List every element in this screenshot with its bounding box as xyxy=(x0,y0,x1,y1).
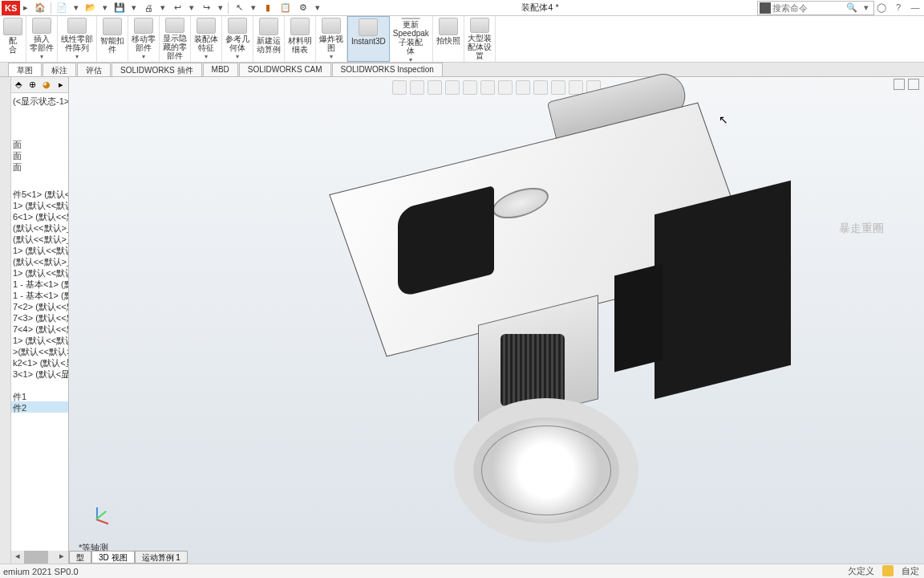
document-title: 装配体4 * xyxy=(323,2,757,14)
ribbon-new-motion-study[interactable]: 新建运 动算例 xyxy=(253,16,285,62)
tree-item[interactable]: 1 - 基本<1> (默认<<默 xyxy=(11,278,68,289)
ribbon-speedpak[interactable]: 更新 Speedpak 子装配 体▾ xyxy=(390,16,433,62)
tree-item[interactable]: 1> (默认<<默认>_显示 xyxy=(11,199,68,210)
tab-evaluate[interactable]: 评估 xyxy=(77,63,111,76)
search-box[interactable]: 🔍 ▾ xyxy=(757,1,874,15)
ribbon-smart-fasteners[interactable]: 智能扣 件 xyxy=(97,16,128,62)
tree-item[interactable]: 6<1> (默认<<默认>_显 xyxy=(11,210,68,222)
status-bar: emium 2021 SP0.0 欠定义 自定 xyxy=(0,564,924,578)
search-icon[interactable]: 🔍 xyxy=(845,2,859,13)
viewport-maximize-icon[interactable] xyxy=(908,79,919,90)
search-input[interactable] xyxy=(772,3,845,13)
bottom-tabs: 型 3D 视图 运动算例 1 xyxy=(69,551,188,564)
fm-tree-icon[interactable]: ⬘ xyxy=(11,78,26,92)
save-icon[interactable]: 💾 xyxy=(113,2,126,14)
fm-arrow-icon[interactable]: ▸ xyxy=(54,78,68,92)
new-dd[interactable]: ▾ xyxy=(71,2,82,13)
tree-item[interactable]: 7<2> (默认<<默认>_显 xyxy=(11,300,68,311)
ribbon-ref-geometry[interactable]: 参考几 何体▾ xyxy=(222,16,253,62)
help-icon[interactable]: ? xyxy=(891,2,906,12)
tree-item[interactable]: 1> (默认<<默认>_显示 xyxy=(11,334,68,345)
tree-plane[interactable]: 面 xyxy=(11,161,68,172)
search-mode-icon[interactable] xyxy=(760,2,771,14)
ribbon-linear-pattern[interactable]: 线性零部 件阵列▾ xyxy=(58,16,97,62)
ribbon-exploded-view[interactable]: 爆炸视 图▾ xyxy=(316,16,347,62)
ribbon-assembly-features[interactable]: 装配体 特征▾ xyxy=(191,16,222,62)
ribbon-snapshot[interactable]: 拍快照 xyxy=(433,16,464,62)
tab-mbd[interactable]: MBD xyxy=(203,63,238,76)
feature-tree-tabs: ⬘ ⊕ ◕ ▸ xyxy=(11,77,68,93)
tree-item[interactable]: 1> (默认<<默认>_显示 xyxy=(11,267,68,278)
tree-item[interactable]: 1> (默认<<默认>_显示 xyxy=(11,244,68,255)
undo-icon[interactable]: ↩ xyxy=(171,2,184,14)
tree-display-state[interactable]: (<显示状态-1>) xyxy=(11,95,68,106)
tree-item-selected[interactable]: 件2 xyxy=(11,401,68,413)
minimize-icon[interactable]: — xyxy=(908,2,922,12)
tree-item[interactable]: (默认<<默认>_显示状 xyxy=(11,255,68,267)
options-icon[interactable]: 📋 xyxy=(279,2,292,14)
bottom-tab-model[interactable]: 型 xyxy=(69,551,91,564)
tree-item[interactable]: >(默认<<默认>_显示状 xyxy=(11,345,68,356)
ribbon-bom[interactable]: 材料明 细表 xyxy=(285,16,316,62)
bottom-tab-3dview[interactable]: 3D 视图 xyxy=(91,551,135,564)
ribbon-show-hidden[interactable]: 显示隐 藏的零 部件 xyxy=(160,16,191,62)
logo-dropdown-icon[interactable]: ▸ xyxy=(20,2,31,13)
status-rebuild-icon[interactable] xyxy=(882,565,894,576)
print-icon[interactable]: 🖨 xyxy=(142,2,155,14)
home-icon[interactable]: 🏠 xyxy=(34,2,47,14)
status-version: emium 2021 SP0.0 xyxy=(0,567,79,576)
fm-display-icon[interactable]: ◕ xyxy=(40,78,55,92)
tree-item[interactable]: 件5<1> (默认<<默认> xyxy=(11,188,68,199)
settings-dd[interactable]: ▾ xyxy=(312,2,323,13)
main-area: ⬘ ⊕ ◕ ▸ (<显示状态-1>) 面 面 面 件5<1> (默认<<默认> … xyxy=(0,77,924,564)
tab-annotation[interactable]: 标注 xyxy=(43,63,76,76)
undo-dd[interactable]: ▾ xyxy=(186,2,197,13)
tree-scrollbar[interactable]: ◂▸ xyxy=(11,551,68,564)
orientation-triad[interactable] xyxy=(85,507,109,531)
settings-icon[interactable]: ⚙ xyxy=(297,2,310,14)
3d-viewport[interactable]: 暴走重圈 ↖ *等轴测 型 3D 视图 运动算例 1 xyxy=(69,77,924,564)
select-dd[interactable]: ▾ xyxy=(248,2,259,13)
tree-item[interactable]: k2<1> (默认<显示状态- xyxy=(11,356,68,368)
tree-plane[interactable]: 面 xyxy=(11,138,68,149)
status-constraint: 欠定义 xyxy=(848,565,874,577)
search-dd[interactable]: ▾ xyxy=(859,2,873,13)
tab-sketch[interactable]: 草图 xyxy=(8,63,42,76)
print-dd[interactable]: ▾ xyxy=(157,2,168,13)
bottom-tab-motion[interactable]: 运动算例 1 xyxy=(135,551,188,564)
ribbon-instant3d[interactable]: Instant3D xyxy=(347,16,390,62)
tree-item[interactable]: (默认<<默认>_显示状 xyxy=(11,222,68,233)
tree-item[interactable]: 1 - 基本<1> (默认<<默 xyxy=(11,289,68,300)
tree-item[interactable]: 3<1> (默认<显示状态- xyxy=(11,368,68,379)
tab-addins[interactable]: SOLIDWORKS 插件 xyxy=(111,63,202,76)
tree-plane[interactable]: 面 xyxy=(11,149,68,161)
ribbon-insert-component[interactable]: 插入 零部件▾ xyxy=(26,16,58,62)
ribbon-move-component[interactable]: 移动零 部件▾ xyxy=(128,16,160,62)
feature-tree[interactable]: (<显示状态-1>) 面 面 面 件5<1> (默认<<默认> 1> (默认<<… xyxy=(11,93,68,551)
save-dd[interactable]: ▾ xyxy=(128,2,140,13)
tree-item[interactable]: (默认<<默认>_显示状 xyxy=(11,233,68,244)
tree-item[interactable]: 7<3> (默认<<默认>_显 xyxy=(11,311,68,323)
rebuild-icon[interactable]: ▮ xyxy=(261,2,274,14)
ribbon-large-assembly[interactable]: 大型装 配体设 置 xyxy=(464,16,496,62)
command-tabs: 草图 标注 评估 SOLIDWORKS 插件 MBD SOLIDWORKS CA… xyxy=(0,63,924,77)
tree-item[interactable]: 7<4> (默认<<默认>_显 xyxy=(11,323,68,334)
tree-item[interactable]: 件1 xyxy=(11,390,68,401)
tab-inspection[interactable]: SOLIDWORKS Inspection xyxy=(332,63,443,76)
fm-config-icon[interactable]: ⊕ xyxy=(26,78,40,92)
viewport-window-icon[interactable] xyxy=(894,79,905,90)
select-icon[interactable]: ↖ xyxy=(233,2,245,14)
open-dd[interactable]: ▾ xyxy=(99,2,111,13)
status-custom: 自定 xyxy=(902,565,919,577)
redo-icon[interactable]: ↪ xyxy=(200,2,213,14)
new-icon[interactable]: 📄 xyxy=(55,2,68,14)
app-logo: KS xyxy=(2,1,20,15)
redo-dd[interactable]: ▾ xyxy=(215,2,226,13)
feature-tree-panel: ⬘ ⊕ ◕ ▸ (<显示状态-1>) 面 面 面 件5<1> (默认<<默认> … xyxy=(11,77,69,564)
side-column[interactable] xyxy=(0,77,11,564)
ribbon-mate[interactable]: 配 合 xyxy=(0,16,26,62)
open-icon[interactable]: 📂 xyxy=(84,2,97,14)
watermark-text: 暴走重圈 xyxy=(839,222,884,236)
tab-cam[interactable]: SOLIDWORKS CAM xyxy=(239,63,331,76)
user-icon[interactable]: ◯ xyxy=(874,2,889,13)
